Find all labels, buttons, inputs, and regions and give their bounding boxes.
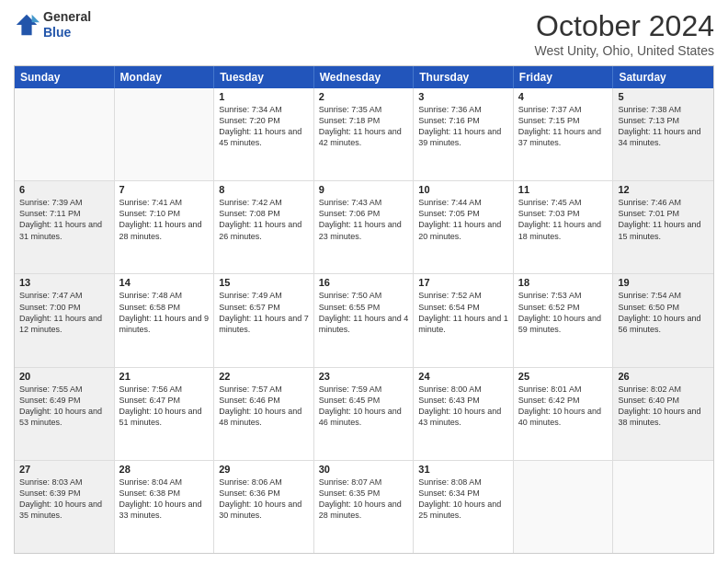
cell-daylight-info: Sunrise: 7:43 AM Sunset: 7:06 PM Dayligh… xyxy=(319,197,409,242)
cell-daylight-info: Sunrise: 7:50 AM Sunset: 6:55 PM Dayligh… xyxy=(319,290,409,335)
calendar-cell: 9Sunrise: 7:43 AM Sunset: 7:06 PM Daylig… xyxy=(314,181,415,273)
calendar-cell xyxy=(115,88,215,180)
cell-daylight-info: Sunrise: 7:44 AM Sunset: 7:05 PM Dayligh… xyxy=(418,197,508,242)
header: General Blue October 2024 West Unity, Oh… xyxy=(14,9,714,58)
calendar-cell: 10Sunrise: 7:44 AM Sunset: 7:05 PM Dayli… xyxy=(414,181,514,273)
cell-daylight-info: Sunrise: 8:02 AM Sunset: 6:40 PM Dayligh… xyxy=(618,384,709,429)
day-number: 9 xyxy=(319,184,409,195)
calendar-cell: 31Sunrise: 8:08 AM Sunset: 6:34 PM Dayli… xyxy=(414,461,514,553)
logo-icon xyxy=(14,12,40,38)
page: General Blue October 2024 West Unity, Oh… xyxy=(0,0,728,563)
day-number: 27 xyxy=(19,464,109,475)
cell-daylight-info: Sunrise: 7:57 AM Sunset: 6:46 PM Dayligh… xyxy=(219,384,309,429)
cell-daylight-info: Sunrise: 7:47 AM Sunset: 7:00 PM Dayligh… xyxy=(19,290,109,335)
day-number: 28 xyxy=(119,464,210,475)
cell-daylight-info: Sunrise: 7:36 AM Sunset: 7:16 PM Dayligh… xyxy=(418,104,508,149)
calendar-cell xyxy=(15,88,115,180)
day-number: 1 xyxy=(219,91,309,102)
calendar-header-cell: Thursday xyxy=(414,66,514,88)
cell-daylight-info: Sunrise: 7:49 AM Sunset: 6:57 PM Dayligh… xyxy=(219,290,309,335)
calendar-row: 13Sunrise: 7:47 AM Sunset: 7:00 PM Dayli… xyxy=(15,273,713,366)
calendar-cell: 2Sunrise: 7:35 AM Sunset: 7:18 PM Daylig… xyxy=(314,88,415,180)
calendar-body: 1Sunrise: 7:34 AM Sunset: 7:20 PM Daylig… xyxy=(15,88,713,553)
cell-daylight-info: Sunrise: 7:54 AM Sunset: 6:50 PM Dayligh… xyxy=(618,290,709,335)
day-number: 23 xyxy=(319,371,409,382)
day-number: 8 xyxy=(219,184,309,195)
cell-daylight-info: Sunrise: 7:46 AM Sunset: 7:01 PM Dayligh… xyxy=(618,197,709,242)
cell-daylight-info: Sunrise: 7:42 AM Sunset: 7:08 PM Dayligh… xyxy=(219,197,309,242)
day-number: 19 xyxy=(618,277,709,288)
calendar-cell: 16Sunrise: 7:50 AM Sunset: 6:55 PM Dayli… xyxy=(314,274,415,366)
day-number: 2 xyxy=(319,91,409,102)
calendar-row: 6Sunrise: 7:39 AM Sunset: 7:11 PM Daylig… xyxy=(15,180,713,273)
day-number: 3 xyxy=(418,91,508,102)
cell-daylight-info: Sunrise: 7:38 AM Sunset: 7:13 PM Dayligh… xyxy=(618,104,709,149)
day-number: 17 xyxy=(418,277,508,288)
cell-daylight-info: Sunrise: 7:56 AM Sunset: 6:47 PM Dayligh… xyxy=(119,384,210,429)
title-area: October 2024 West Unity, Ohio, United St… xyxy=(534,9,714,58)
cell-daylight-info: Sunrise: 8:04 AM Sunset: 6:38 PM Dayligh… xyxy=(119,477,210,522)
day-number: 7 xyxy=(119,184,210,195)
cell-daylight-info: Sunrise: 8:06 AM Sunset: 6:36 PM Dayligh… xyxy=(219,477,309,522)
cell-daylight-info: Sunrise: 8:01 AM Sunset: 6:42 PM Dayligh… xyxy=(518,384,609,429)
cell-daylight-info: Sunrise: 7:52 AM Sunset: 6:54 PM Dayligh… xyxy=(418,290,508,335)
cell-daylight-info: Sunrise: 7:59 AM Sunset: 6:45 PM Dayligh… xyxy=(319,384,409,429)
day-number: 18 xyxy=(518,277,609,288)
svg-marker-1 xyxy=(32,15,40,22)
logo: General Blue xyxy=(14,9,91,40)
calendar-header-cell: Monday xyxy=(115,66,215,88)
day-number: 22 xyxy=(219,371,309,382)
logo-blue: Blue xyxy=(43,25,91,40)
day-number: 29 xyxy=(219,464,309,475)
calendar-cell: 14Sunrise: 7:48 AM Sunset: 6:58 PM Dayli… xyxy=(115,274,215,366)
calendar-cell: 3Sunrise: 7:36 AM Sunset: 7:16 PM Daylig… xyxy=(414,88,514,180)
day-number: 13 xyxy=(19,277,109,288)
cell-daylight-info: Sunrise: 7:34 AM Sunset: 7:20 PM Dayligh… xyxy=(219,104,309,149)
calendar-cell: 27Sunrise: 8:03 AM Sunset: 6:39 PM Dayli… xyxy=(15,461,115,553)
calendar-cell: 26Sunrise: 8:02 AM Sunset: 6:40 PM Dayli… xyxy=(613,368,713,460)
calendar-header-row: SundayMondayTuesdayWednesdayThursdayFrid… xyxy=(15,66,713,88)
calendar-cell: 11Sunrise: 7:45 AM Sunset: 7:03 PM Dayli… xyxy=(514,181,614,273)
cell-daylight-info: Sunrise: 7:41 AM Sunset: 7:10 PM Dayligh… xyxy=(119,197,210,242)
day-number: 24 xyxy=(418,371,508,382)
month-title: October 2024 xyxy=(534,9,714,43)
calendar-cell: 20Sunrise: 7:55 AM Sunset: 6:49 PM Dayli… xyxy=(15,368,115,460)
cell-daylight-info: Sunrise: 7:45 AM Sunset: 7:03 PM Dayligh… xyxy=(518,197,609,242)
cell-daylight-info: Sunrise: 7:37 AM Sunset: 7:15 PM Dayligh… xyxy=(518,104,609,149)
calendar-cell: 17Sunrise: 7:52 AM Sunset: 6:54 PM Dayli… xyxy=(414,274,514,366)
cell-daylight-info: Sunrise: 8:08 AM Sunset: 6:34 PM Dayligh… xyxy=(418,477,508,522)
day-number: 5 xyxy=(618,91,709,102)
calendar-cell: 1Sunrise: 7:34 AM Sunset: 7:20 PM Daylig… xyxy=(214,88,314,180)
calendar-row: 27Sunrise: 8:03 AM Sunset: 6:39 PM Dayli… xyxy=(15,460,713,553)
day-number: 16 xyxy=(319,277,409,288)
cell-daylight-info: Sunrise: 8:03 AM Sunset: 6:39 PM Dayligh… xyxy=(19,477,109,522)
cell-daylight-info: Sunrise: 8:00 AM Sunset: 6:43 PM Dayligh… xyxy=(418,384,508,429)
calendar-cell: 15Sunrise: 7:49 AM Sunset: 6:57 PM Dayli… xyxy=(214,274,314,366)
day-number: 6 xyxy=(19,184,109,195)
day-number: 25 xyxy=(518,371,609,382)
day-number: 4 xyxy=(518,91,609,102)
calendar-row: 1Sunrise: 7:34 AM Sunset: 7:20 PM Daylig… xyxy=(15,88,713,180)
calendar-cell: 23Sunrise: 7:59 AM Sunset: 6:45 PM Dayli… xyxy=(314,368,415,460)
cell-daylight-info: Sunrise: 7:39 AM Sunset: 7:11 PM Dayligh… xyxy=(19,197,109,242)
calendar-cell: 21Sunrise: 7:56 AM Sunset: 6:47 PM Dayli… xyxy=(115,368,215,460)
day-number: 12 xyxy=(618,184,709,195)
cell-daylight-info: Sunrise: 7:53 AM Sunset: 6:52 PM Dayligh… xyxy=(518,290,609,335)
calendar-cell: 28Sunrise: 8:04 AM Sunset: 6:38 PM Dayli… xyxy=(115,461,215,553)
cell-daylight-info: Sunrise: 8:07 AM Sunset: 6:35 PM Dayligh… xyxy=(319,477,409,522)
calendar-header-cell: Tuesday xyxy=(214,66,314,88)
calendar-header-cell: Wednesday xyxy=(314,66,415,88)
calendar-cell: 13Sunrise: 7:47 AM Sunset: 7:00 PM Dayli… xyxy=(15,274,115,366)
logo-general: General xyxy=(43,9,91,25)
calendar-cell: 25Sunrise: 8:01 AM Sunset: 6:42 PM Dayli… xyxy=(514,368,614,460)
calendar-cell: 22Sunrise: 7:57 AM Sunset: 6:46 PM Dayli… xyxy=(214,368,314,460)
calendar-cell: 24Sunrise: 8:00 AM Sunset: 6:43 PM Dayli… xyxy=(414,368,514,460)
day-number: 11 xyxy=(518,184,609,195)
calendar-cell: 12Sunrise: 7:46 AM Sunset: 7:01 PM Dayli… xyxy=(613,181,713,273)
calendar-cell: 4Sunrise: 7:37 AM Sunset: 7:15 PM Daylig… xyxy=(514,88,614,180)
calendar: SundayMondayTuesdayWednesdayThursdayFrid… xyxy=(14,65,714,554)
calendar-header-cell: Friday xyxy=(514,66,614,88)
calendar-row: 20Sunrise: 7:55 AM Sunset: 6:49 PM Dayli… xyxy=(15,367,713,460)
calendar-cell xyxy=(514,461,614,553)
day-number: 14 xyxy=(119,277,210,288)
